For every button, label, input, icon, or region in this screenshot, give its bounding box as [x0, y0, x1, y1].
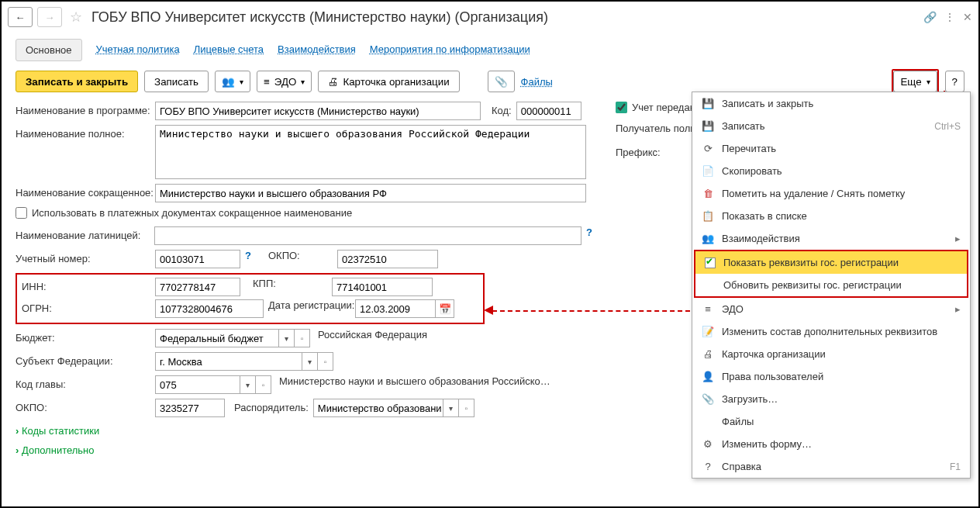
chevron-down-icon[interactable]: ▾	[240, 375, 256, 394]
kpp-input[interactable]	[332, 278, 433, 296]
menu-load[interactable]: 📎Загрузить…	[692, 388, 970, 410]
save-close-button[interactable]: Записать и закрыть	[16, 71, 138, 92]
open-icon[interactable]: ▫	[459, 399, 474, 417]
link-icon[interactable]: 🔗	[923, 11, 937, 23]
lbl-okpo: ОКПО:	[256, 250, 337, 261]
calendar-icon[interactable]: 📅	[436, 299, 454, 318]
nav-fwd[interactable]: →	[37, 7, 62, 27]
card-button[interactable]: 🖨 Карточка организации	[318, 71, 459, 92]
tab-interactions[interactable]: Взаимодействия	[278, 39, 356, 61]
open-icon[interactable]: ▫	[318, 352, 333, 371]
chevron-down-icon[interactable]: ▾	[443, 399, 459, 417]
files-link[interactable]: Файлы	[521, 76, 553, 88]
check-icon	[705, 257, 716, 268]
menu-change-form[interactable]: ⚙Изменить форму…	[692, 433, 970, 455]
save-close-icon: 💾	[702, 98, 714, 109]
menu-change-req[interactable]: 📝Изменить состав дополнительных реквизит…	[692, 320, 970, 343]
edo-button[interactable]: ≡ ЭДО ▾	[257, 71, 312, 92]
menu-show-list[interactable]: 📋Показать в списке	[692, 205, 970, 227]
lbl-subject: Субъект Федерации:	[16, 352, 155, 367]
lbl-kpp: КПП:	[240, 278, 332, 289]
chevron-right-icon: ▸	[955, 303, 961, 315]
menu-edo[interactable]: ≡ЭДО▸	[692, 298, 970, 320]
code-input[interactable]	[516, 102, 581, 120]
inn-input[interactable]	[155, 278, 240, 296]
help-name-lat[interactable]: ?	[586, 226, 592, 238]
annotation-line	[492, 310, 690, 312]
expand-stat-codes[interactable]: Коды статистики	[16, 425, 597, 437]
budget-input[interactable]	[155, 329, 279, 347]
okpo2-input[interactable]	[155, 399, 225, 417]
save-icon: 💾	[702, 120, 714, 132]
use-short-checkbox[interactable]	[16, 207, 27, 219]
menu-update-reg[interactable]: Обновить реквизиты гос. регистрации	[695, 274, 967, 296]
attach-button[interactable]: 📎	[488, 71, 515, 92]
lbl-uchet: Учет передан	[632, 102, 695, 113]
menu-delete[interactable]: 🗑Пометить на удаление / Снять пометку	[692, 182, 970, 205]
lbl-inn: ИНН:	[22, 278, 155, 292]
lbl-acc-num: Учетный номер:	[16, 250, 155, 264]
lbl-code: Код:	[481, 102, 512, 116]
name-lat-input[interactable]	[154, 226, 582, 245]
menu-reread[interactable]: ⟳Перечитать	[692, 137, 970, 160]
expand-extra[interactable]: Дополнительно	[16, 444, 597, 456]
menu-files[interactable]: Файлы	[692, 410, 970, 433]
menu-interactions[interactable]: 👥Взаимодействия▸	[692, 227, 970, 250]
people-button[interactable]: 👥▾	[215, 71, 250, 92]
lbl-name-lat: Наименование латиницей:	[16, 226, 154, 241]
print-icon: 🖨	[328, 76, 338, 88]
kebab-icon[interactable]: ⋮	[944, 11, 955, 23]
help-button[interactable]: ?	[945, 71, 964, 92]
open-icon[interactable]: ▫	[256, 375, 271, 394]
edo-icon: ≡	[702, 303, 714, 315]
favorite-star-icon[interactable]: ☆	[70, 9, 82, 26]
people-icon: 👥	[222, 76, 235, 88]
ogrn-input[interactable]	[155, 299, 264, 318]
name-prog-input[interactable]	[155, 102, 481, 120]
clip-icon: 📎	[495, 76, 508, 88]
uchet-checkbox[interactable]	[616, 102, 627, 113]
tab-main[interactable]: Основное	[16, 39, 82, 61]
lbl-distributor: Распорядитель:	[225, 399, 313, 413]
nav-back[interactable]: ←	[8, 7, 33, 27]
menu-copy[interactable]: 📄Скопировать	[692, 160, 970, 182]
print-icon: 🖨	[702, 348, 714, 360]
menu-save[interactable]: 💾ЗаписатьCtrl+S	[692, 115, 970, 137]
help-acc-num[interactable]: ?	[245, 250, 251, 261]
lbl-okpo2: ОКПО:	[16, 399, 155, 413]
okpo-input[interactable]	[337, 250, 438, 268]
people-icon: 👥	[702, 233, 714, 244]
form-icon: ⚙	[702, 438, 714, 450]
more-button[interactable]: Еще ▾	[893, 71, 937, 92]
menu-card[interactable]: 🖨Карточка организации	[692, 343, 970, 365]
tab-accounts[interactable]: Лицевые счета	[194, 39, 264, 61]
name-short-input[interactable]	[155, 184, 586, 202]
close-icon[interactable]: ✕	[963, 11, 972, 23]
chevron-down-icon[interactable]: ▾	[302, 352, 318, 371]
menu-save-close[interactable]: 💾Записать и закрыть	[692, 92, 970, 115]
edo-icon: ≡	[264, 76, 270, 88]
open-icon[interactable]: ▫	[295, 329, 310, 347]
save-button[interactable]: Записать	[144, 71, 209, 92]
tab-events[interactable]: Мероприятия по информатизации	[370, 39, 530, 61]
reg-details-box: ИНН: КПП: ОГРН: Дата регистрации: 📅	[16, 273, 485, 324]
menu-rights[interactable]: 👤Права пользователей	[692, 365, 970, 388]
reg-date-input[interactable]	[355, 299, 436, 318]
subject-input[interactable]	[155, 352, 302, 371]
menu-reg-group: Показать реквизиты гос. регистрации Обно…	[694, 250, 968, 298]
chevron-right-icon: ▸	[955, 233, 961, 244]
tab-policy[interactable]: Учетная политика	[96, 39, 180, 61]
annotation-arrow	[484, 306, 493, 315]
help-icon: ?	[702, 461, 714, 472]
chevron-down-icon[interactable]: ▾	[279, 329, 295, 347]
distributor-input[interactable]	[313, 399, 443, 417]
lbl-name-full: Наименование полное:	[16, 125, 155, 140]
name-full-input[interactable]	[155, 125, 586, 179]
acc-num-input[interactable]	[155, 250, 240, 268]
head-code-input[interactable]	[155, 375, 240, 394]
clip-icon: 📎	[702, 393, 714, 405]
menu-show-reg[interactable]: Показать реквизиты гос. регистрации	[695, 251, 967, 274]
users-icon: 👤	[702, 371, 714, 382]
refresh-icon: ⟳	[702, 143, 714, 154]
menu-help[interactable]: ?СправкаF1	[692, 455, 970, 478]
